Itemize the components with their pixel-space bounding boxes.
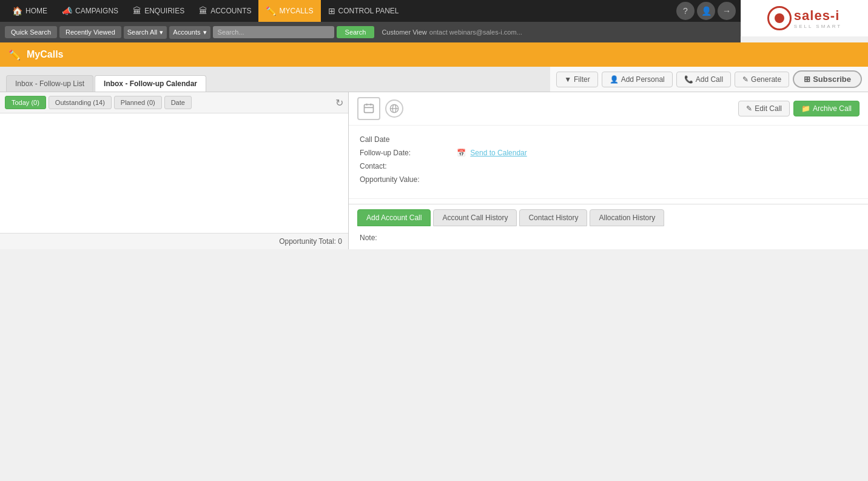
add-call-button[interactable]: 📞 Add Call (676, 72, 731, 87)
nav-enquiries[interactable]: 🏛 ENQUIRIES (126, 0, 192, 22)
enquiries-icon: 🏛 (133, 6, 141, 16)
send-to-calendar-link[interactable]: Send to Calendar (470, 149, 527, 157)
subscribe-icon: ⊞ (804, 75, 810, 84)
top-navigation: 🏠 HOME 📣 CAMPAIGNS 🏛 ENQUIRIES 🏛 ACCOUNT… (0, 0, 741, 22)
nav-enquiries-label: ENQUIRIES (144, 7, 184, 15)
edit-call-button[interactable]: ✎ Edit Call (738, 101, 790, 116)
filter-planned[interactable]: Planned (0) (114, 96, 162, 109)
search-all-dropdown[interactable]: Search All ▾ (124, 26, 167, 39)
contact-row: Contact: (360, 160, 857, 173)
edit-icon: ✎ (746, 104, 752, 113)
logo-tagline: SELL SMART (794, 24, 842, 29)
tab-inbox-list[interactable]: Inbox - Follow-up List (6, 75, 93, 92)
accounts-dropdown[interactable]: Accounts ▾ (169, 26, 210, 39)
nav-accounts[interactable]: 🏛 ACCOUNTS (192, 0, 258, 22)
add-personal-icon: 👤 (610, 75, 619, 84)
toolbar: Quick Search Recently Viewed Search All … (0, 22, 741, 42)
forward-button[interactable]: → (718, 2, 736, 20)
filter-row: Today (0) Outstanding (14) Planned (0) D… (0, 92, 348, 113)
recently-viewed-button[interactable]: Recently Viewed (59, 26, 121, 38)
user-icon: 👤 (701, 6, 712, 16)
followup-date-row: Follow-up Date: 📅 Send to Calendar (360, 146, 857, 160)
archive-icon: 📁 (801, 104, 810, 113)
nav-home-label: HOME (25, 7, 47, 15)
calendar-icon: 📅 (457, 149, 466, 157)
nav-mycalls[interactable]: ✏️ MYCALLS (258, 0, 320, 22)
opportunity-label: Opportunity Value: (360, 175, 457, 184)
call-date-label: Call Date (360, 135, 457, 144)
divider (349, 198, 868, 199)
nav-campaigns[interactable]: 📣 CAMPAIGNS (55, 0, 126, 22)
customer-email: ontact webinars@sales-i.com... (429, 29, 522, 36)
left-panel: Today (0) Outstanding (14) Planned (0) D… (0, 92, 349, 249)
note-label: Note: (360, 234, 377, 242)
customer-view-label: Customer View (382, 29, 426, 36)
campaigns-icon: 📣 (62, 6, 72, 16)
generate-button[interactable]: ✎ Generate (735, 72, 789, 87)
logo-area: sales-i SELL SMART (741, 0, 868, 36)
page-header: ✏️ MyCalls (0, 42, 868, 67)
nav-accounts-label: ACCOUNTS (210, 7, 251, 15)
list-area[interactable] (0, 113, 348, 233)
nav-control-panel-label: CONTROL PANEL (338, 7, 399, 15)
account-call-history-tab[interactable]: Account Call History (433, 209, 517, 226)
followup-date-label: Follow-up Date: (360, 149, 457, 157)
generate-icon: ✎ (742, 75, 749, 84)
add-account-call-tab[interactable]: Add Account Call (357, 209, 431, 226)
user-button[interactable]: 👤 (697, 2, 715, 20)
call-date-row: Call Date (360, 133, 857, 146)
search-all-label: Search All (127, 29, 158, 36)
help-icon: ? (683, 6, 688, 16)
allocation-history-tab[interactable]: Allocation History (590, 209, 664, 226)
nav-home[interactable]: 🏠 HOME (5, 0, 55, 22)
filter-outstanding[interactable]: Outstanding (14) (49, 96, 112, 109)
refresh-button[interactable]: ↻ (335, 97, 343, 109)
call-detail-actions: ✎ Edit Call 📁 Archive Call (738, 101, 860, 116)
opportunity-row: Opportunity Value: (360, 173, 857, 186)
nav-campaigns-label: CAMPAIGNS (75, 7, 118, 15)
search-button[interactable]: Search (337, 26, 375, 38)
tab-inbox-calendar[interactable]: Inbox - Follow-up Calendar (95, 75, 206, 92)
right-panel: ✎ Edit Call 📁 Archive Call Call Date (349, 92, 868, 249)
contact-history-tab[interactable]: Contact History (519, 209, 587, 226)
opportunity-total-value: 0 (338, 237, 342, 246)
opportunity-footer: Opportunity Total: 0 (0, 233, 348, 249)
globe-icon (385, 99, 403, 118)
accounts-dropdown-label: Accounts (173, 29, 200, 36)
note-area: Note: (349, 226, 868, 249)
accounts-icon: 🏛 (199, 6, 207, 16)
add-call-icon: 📞 (684, 75, 693, 84)
nav-mycalls-label: MYCALLS (279, 7, 313, 15)
contact-avatar (357, 97, 380, 120)
search-all-chevron: ▾ (160, 29, 163, 36)
bottom-tabs-bar: Add Account Call Account Call History Co… (349, 204, 868, 226)
nav-control-panel[interactable]: ⊞ CONTROL PANEL (321, 0, 406, 22)
search-input[interactable] (213, 26, 334, 38)
add-personal-button[interactable]: 👤 Add Personal (602, 72, 673, 87)
accounts-chevron: ▾ (203, 29, 207, 36)
filter-today[interactable]: Today (0) (5, 96, 46, 109)
logo-name: sales-i (794, 8, 842, 24)
filter-icon: ▼ (564, 75, 571, 84)
filter-date[interactable]: Date (164, 96, 192, 109)
opportunity-total-label: Opportunity Total: (279, 237, 336, 246)
call-fields: Call Date Follow-up Date: 📅 Send to Cale… (349, 126, 868, 193)
page-title: MyCalls (27, 49, 63, 60)
content-area: Inbox - Follow-up List Inbox - Follow-up… (0, 67, 868, 249)
mycalls-icon: ✏️ (266, 6, 276, 16)
filter-button[interactable]: ▼ Filter (556, 72, 598, 87)
home-icon: 🏠 (12, 6, 22, 16)
quick-search-button[interactable]: Quick Search (5, 26, 57, 38)
subscribe-button[interactable]: ⊞ Subscribe (793, 70, 862, 88)
archive-call-button[interactable]: 📁 Archive Call (793, 101, 860, 116)
mycalls-header-icon: ✏️ (8, 49, 21, 61)
forward-icon: → (722, 6, 731, 16)
contact-label: Contact: (360, 162, 457, 170)
call-detail-header: ✎ Edit Call 📁 Archive Call (349, 92, 868, 126)
panels: Today (0) Outstanding (14) Planned (0) D… (0, 92, 868, 249)
followup-date-value: 📅 Send to Calendar (457, 149, 527, 157)
control-panel-icon: ⊞ (328, 6, 335, 16)
svg-rect-0 (365, 104, 374, 112)
help-button[interactable]: ? (676, 2, 695, 20)
